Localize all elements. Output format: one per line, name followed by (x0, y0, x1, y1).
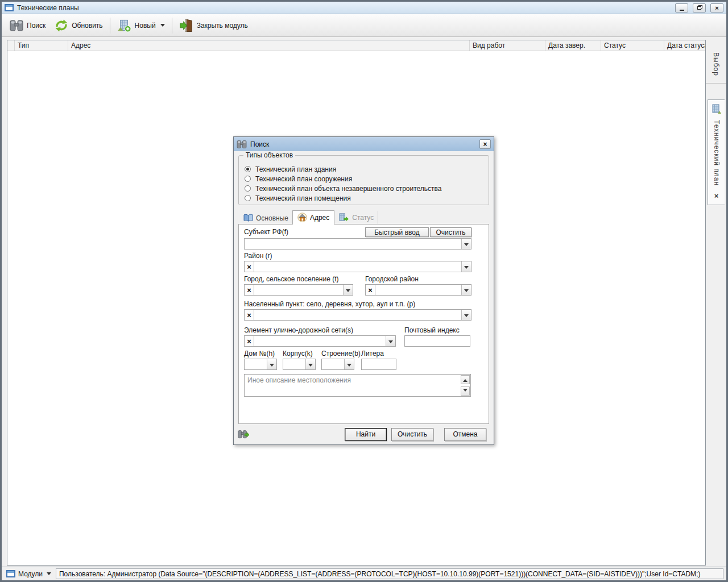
clear-address-button[interactable]: Очистить (430, 227, 471, 237)
other-description-placeholder: Иное описание местоположения (245, 375, 470, 384)
stroenie-label: Строение(b) (321, 350, 354, 357)
tab-adres[interactable]: Адрес (292, 210, 334, 225)
tab-status[interactable]: Статус (334, 211, 378, 224)
korpus-label: Корпус(k) (283, 350, 316, 357)
chevron-down-icon[interactable] (386, 336, 395, 346)
stroenie-combo[interactable] (321, 359, 354, 370)
grid-header-status[interactable]: Статус (601, 40, 664, 51)
chevron-down-icon (47, 572, 51, 577)
radio-icon[interactable] (245, 195, 251, 201)
clear-button[interactable]: Очистить (391, 428, 433, 441)
side-tab-close-icon[interactable]: × (714, 192, 719, 200)
side-tab-tehplan-label: Технический план (713, 120, 721, 186)
side-tab-vybor[interactable]: Выбор (706, 40, 726, 84)
house-combo[interactable] (244, 359, 277, 370)
korpus-combo[interactable] (283, 359, 316, 370)
minimize-button[interactable] (675, 3, 688, 13)
city-label: Город, сельское поселение (t) (244, 275, 353, 283)
app-window-icon (5, 4, 14, 11)
side-tab-vybor-label: Выбор (712, 52, 720, 76)
maximize-button[interactable] (693, 3, 706, 13)
address-form: Субъект РФ(f) Быстрый ввод Очистить Райо… (244, 227, 471, 397)
chevron-down-icon[interactable] (343, 285, 353, 295)
scroll-up-button[interactable] (461, 375, 470, 384)
postal-col: Почтовый индекс (404, 326, 470, 347)
memo-scrollbar (461, 375, 470, 396)
titlebar: Технические планы × (2, 2, 726, 14)
grid-header-indicator (7, 40, 15, 51)
dialog-close-button[interactable]: × (479, 139, 491, 149)
exit-door-icon (179, 19, 193, 32)
close-module-toolbar-button[interactable]: Закрыть модуль (175, 16, 253, 35)
other-description-memo[interactable]: Иное описание местоположения (244, 374, 471, 397)
street-label: Элемент улично-дорожной сети(s) (244, 326, 396, 334)
grid-header-worktype[interactable]: Вид работ (470, 40, 545, 51)
clear-x-button[interactable]: × (245, 310, 254, 320)
street-combo[interactable]: × (244, 335, 396, 347)
toolbar-separator (110, 18, 110, 34)
chevron-down-icon[interactable] (461, 261, 471, 272)
window-title: Технические планы (17, 4, 671, 12)
district-combo[interactable]: × (244, 261, 471, 272)
close-icon: × (483, 140, 487, 148)
radio-tehplan-pomescheniya[interactable]: Технический план помещения (245, 193, 483, 203)
grid-header: Тип Адрес Вид работ Дата завер. Статус Д… (7, 40, 705, 51)
statusbar: Модули Пользователь: Администратор (Data… (2, 567, 726, 580)
street-col: Элемент улично-дорожной сети(s) × (244, 326, 396, 347)
close-icon: × (715, 5, 718, 11)
street-combo-value (254, 336, 386, 346)
grid-header-enddate[interactable]: Дата завер. (545, 40, 601, 51)
clear-x-button[interactable]: × (245, 336, 254, 346)
radio-tehplan-sooruzheniya[interactable]: Технический план сооружения (245, 174, 483, 184)
clear-x-button[interactable]: × (245, 285, 254, 295)
radio-icon[interactable] (245, 176, 251, 182)
new-building-icon (117, 19, 131, 32)
radio-tehplan-ons[interactable]: Технический план объекта незавершенного … (245, 184, 483, 193)
close-button[interactable]: × (710, 3, 723, 13)
city-district-col: Городской район × (365, 275, 471, 296)
radio-icon[interactable] (245, 166, 251, 172)
radio-icon[interactable] (245, 185, 251, 192)
city-combo[interactable]: × (244, 284, 353, 296)
search-dialog-titlebar: Поиск × (234, 137, 494, 151)
litera-input[interactable] (361, 359, 396, 370)
chevron-down-icon[interactable] (344, 359, 354, 369)
find-button[interactable]: Найти (345, 428, 387, 441)
chevron-down-icon[interactable] (305, 359, 315, 369)
modules-label: Модули (18, 570, 43, 578)
scroll-down-button[interactable] (461, 386, 470, 396)
korpus-col: Корпус(k) (283, 350, 316, 370)
new-toolbar-button[interactable]: Новый (113, 16, 169, 35)
city-row: Город, сельское поселение (t) × Городско… (244, 275, 471, 296)
search-dialog: Поиск × Типы объектов Технический план з… (233, 136, 494, 445)
quick-input-button[interactable]: Быстрый ввод (365, 227, 429, 237)
grid-header-statusdate[interactable]: Дата статуса (664, 40, 705, 51)
object-types-group-label: Типы объектов (243, 151, 295, 159)
clear-x-button[interactable]: × (366, 285, 375, 295)
side-tab-tehplan[interactable]: Технический план × (708, 99, 725, 205)
settlement-label: Населенный пункт: село, деревня, хутор, … (244, 300, 471, 308)
radio-tehplan-zdaniya[interactable]: Технический план здания (245, 164, 483, 174)
postal-label: Почтовый индекс (404, 326, 470, 334)
tab-osnovnye[interactable]: Основные (239, 212, 292, 224)
house-col: Дом №(h) (244, 350, 277, 370)
settlement-combo[interactable]: × (244, 309, 471, 321)
cancel-button[interactable]: Отмена (444, 428, 486, 441)
chevron-down-icon (160, 24, 165, 29)
subject-combo[interactable] (244, 238, 471, 250)
grid-header-address[interactable]: Адрес (68, 40, 470, 51)
grid-header-type[interactable]: Тип (15, 40, 68, 51)
chevron-down-icon[interactable] (461, 239, 471, 249)
postal-input[interactable] (404, 335, 470, 347)
chevron-down-icon[interactable] (267, 359, 276, 369)
user-connection-info: Пользователь: Администратор (Data Source… (56, 568, 723, 579)
clear-x-button[interactable]: × (245, 261, 254, 272)
city-combo-value (254, 285, 343, 295)
chevron-down-icon[interactable] (461, 310, 471, 320)
refresh-toolbar-button[interactable]: Обновить (50, 16, 107, 35)
city-district-combo[interactable]: × (365, 284, 471, 296)
search-toolbar-button[interactable]: Поиск (5, 17, 50, 34)
chevron-down-icon[interactable] (461, 285, 471, 295)
modules-button[interactable]: Модули (5, 569, 53, 579)
radio-label: Технический план здания (255, 165, 336, 173)
